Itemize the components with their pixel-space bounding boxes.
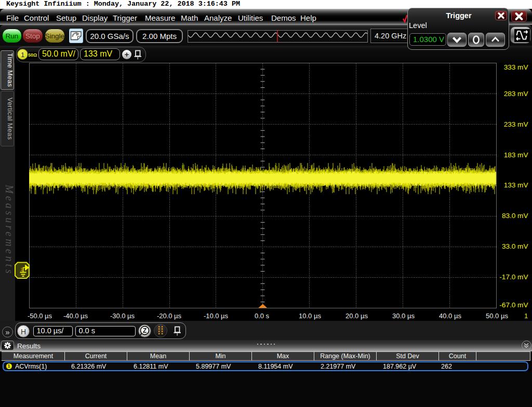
svg-text:0.0 s: 0.0 s bbox=[255, 312, 270, 320]
svg-text:50.0 µs: 50.0 µs bbox=[486, 312, 508, 320]
svg-text:-10.0 µs: -10.0 µs bbox=[204, 312, 229, 320]
svg-text:20.0 µs: 20.0 µs bbox=[345, 312, 368, 320]
svg-text:1: 1 bbox=[20, 267, 23, 272]
svg-text:-67.0 mV: -67.0 mV bbox=[499, 301, 528, 309]
svg-text:183 mV: 183 mV bbox=[504, 151, 528, 159]
svg-text:-20.0 µs: -20.0 µs bbox=[157, 312, 182, 320]
svg-text:283 mV: 283 mV bbox=[504, 90, 528, 98]
svg-text:-50.0 µs: -50.0 µs bbox=[28, 312, 52, 320]
svg-text:333 mV: 333 mV bbox=[504, 63, 528, 71]
svg-text:10.0 µs: 10.0 µs bbox=[299, 312, 321, 320]
svg-text:-30.0 µs: -30.0 µs bbox=[110, 312, 135, 320]
svg-text:83.0 mV: 83.0 mV bbox=[502, 212, 528, 220]
svg-text:30.0 µs: 30.0 µs bbox=[392, 312, 415, 320]
svg-text:-17.0 mV: -17.0 mV bbox=[499, 273, 528, 281]
svg-text:1: 1 bbox=[524, 312, 528, 320]
svg-text:-40.0 µs: -40.0 µs bbox=[63, 312, 88, 320]
svg-text:133 mV: 133 mV bbox=[504, 181, 528, 189]
svg-text:40.0 µs: 40.0 µs bbox=[439, 312, 461, 320]
svg-text:33.0 mV: 33.0 mV bbox=[502, 242, 528, 250]
svg-text:233 mV: 233 mV bbox=[504, 120, 528, 128]
